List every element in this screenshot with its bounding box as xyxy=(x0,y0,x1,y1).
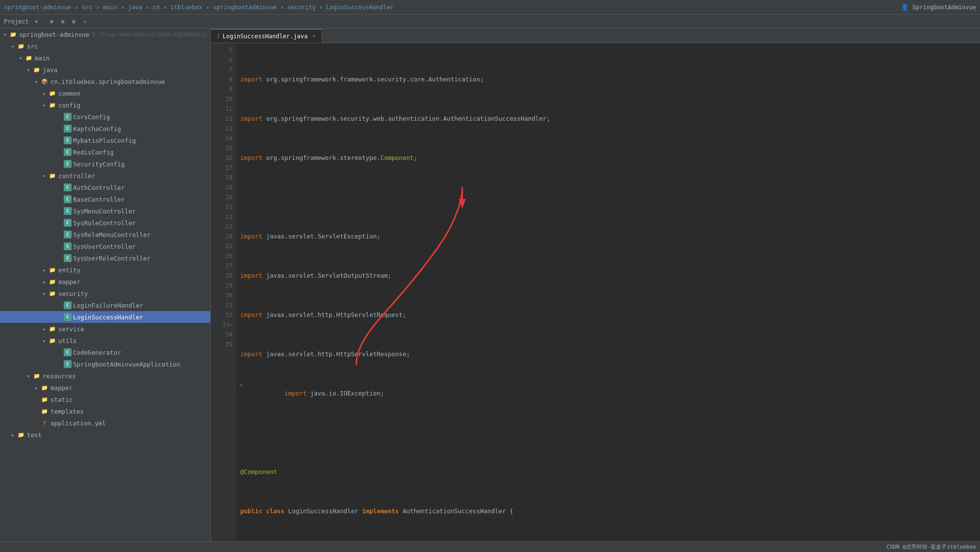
arrow-package[interactable] xyxy=(32,78,40,85)
line-30: 30 xyxy=(211,290,236,300)
tree-mapper[interactable]: 📁 mapper xyxy=(0,276,210,288)
label-redisconfig: RedisConfig xyxy=(73,149,114,156)
top-bar: springboot-adminvue › src › main › java … xyxy=(0,0,980,15)
class-icon-auth: C xyxy=(64,184,72,191)
arrow-security[interactable] xyxy=(40,289,48,297)
line-10: 10 xyxy=(211,94,236,104)
structure-icon[interactable]: ⊕ xyxy=(50,18,53,25)
tree-main[interactable]: 📁 main xyxy=(0,52,210,64)
tree-basecontroller[interactable]: C BaseController xyxy=(0,193,210,205)
tree-entity[interactable]: 📁 entity xyxy=(0,264,210,276)
class-icon-cors: C xyxy=(64,113,72,121)
arrow-entity[interactable] xyxy=(40,266,48,274)
settings-icon[interactable]: ⚙ xyxy=(72,18,75,25)
class-icon-loginfailure: C xyxy=(64,301,72,309)
arrow-springboot[interactable] xyxy=(1,30,9,38)
tree-sysusercontroller[interactable]: C SysUserController xyxy=(0,240,210,252)
tab-close-button[interactable]: ✕ xyxy=(312,33,316,39)
minimize-icon[interactable]: − xyxy=(83,18,86,25)
tree-application[interactable]: C SpringbootAdminvueApplication xyxy=(0,358,210,370)
tree-securityconfig[interactable]: C SecurityConfig xyxy=(0,158,210,170)
label-sysrolemenucontroller: SysRoleMenuController xyxy=(73,231,151,238)
arrow-src[interactable] xyxy=(9,42,17,50)
label-resources: resources xyxy=(43,372,76,380)
arrow-mapper[interactable] xyxy=(40,278,48,286)
tab-loginsuccesshandler[interactable]: J LoginSuccessHandler.java ✕ xyxy=(211,29,322,43)
arrow-controller[interactable] xyxy=(40,172,48,180)
tree-resources[interactable]: 📁 resources xyxy=(0,370,210,382)
label-authcontroller: AuthController xyxy=(73,184,125,191)
tree-templates[interactable]: 📁 templates xyxy=(0,405,210,417)
toolbar-icons: ⊕ ≡ ⚙ − xyxy=(50,18,87,25)
tree-root[interactable]: 📁 springboot-adminvue D:\ProgramWorkSpac… xyxy=(0,28,210,40)
tree-mybatisconfig[interactable]: C MybatisPlusConfig xyxy=(0,134,210,146)
project-sidebar[interactable]: 📁 springboot-adminvue D:\ProgramWorkSpac… xyxy=(0,28,211,541)
class-icon-loginsuccess: C xyxy=(64,313,72,321)
folder-icon-mapper: 📁 xyxy=(48,277,57,286)
tree-corsconfig[interactable]: C CorsConfig xyxy=(0,111,210,123)
arrow-service[interactable] xyxy=(40,325,48,333)
line-31: 31 xyxy=(211,300,236,310)
class-icon-sysrolemenu: C xyxy=(64,231,72,238)
tree-codegenerator[interactable]: C CodeGenerator xyxy=(0,346,210,358)
tree-service[interactable]: 📁 service xyxy=(0,323,210,335)
line-15: 15 ▶ xyxy=(211,143,236,153)
line-32: 32 xyxy=(211,310,236,320)
line-14: 14 xyxy=(211,133,236,143)
package-icon: 📦 xyxy=(40,77,49,86)
class-icon-redis: C xyxy=(64,148,72,156)
tree-mapper-res[interactable]: 📁 mapper xyxy=(0,382,210,394)
arrow-utils[interactable] xyxy=(40,337,48,344)
tree-package[interactable]: 📦 cn.itbluebox.springbootadminvue xyxy=(0,76,210,87)
main-layout: 📁 springboot-adminvue D:\ProgramWorkSpac… xyxy=(0,28,980,541)
tree-src[interactable]: 📁 src xyxy=(0,40,210,52)
arrow-config[interactable] xyxy=(40,101,48,109)
label-security: security xyxy=(58,290,88,297)
tree-sysuserrolecontroller[interactable]: C SysUserRoleController xyxy=(0,252,210,264)
tree-controller[interactable]: 📁 controller xyxy=(0,170,210,182)
folder-icon-static: 📁 xyxy=(40,395,49,404)
label-securityconfig: SecurityConfig xyxy=(73,160,125,168)
project-label[interactable]: Project xyxy=(4,18,29,25)
label-config: config xyxy=(58,102,80,109)
code-line-9: import javax.servlet.ServletException; xyxy=(236,232,980,241)
tree-kaptchaconfig[interactable]: C KaptchaConfig xyxy=(0,123,210,134)
tree-config[interactable]: 📁 config xyxy=(0,99,210,111)
tree-security[interactable]: 📁 security xyxy=(0,288,210,299)
arrow-java[interactable] xyxy=(25,66,32,74)
tree-utils[interactable]: 📁 utils xyxy=(0,335,210,346)
tree-loginfailurehandler[interactable]: C LoginFailureHandler xyxy=(0,299,210,311)
code-content[interactable]: import org.springframework.framework.sec… xyxy=(236,43,980,541)
arrow-main[interactable] xyxy=(17,54,25,62)
code-line-14 xyxy=(236,428,980,438)
label-templates: templates xyxy=(50,408,84,415)
arrow-test[interactable] xyxy=(9,431,17,439)
code-area[interactable]: 5 6 7 8 9 10 11 12 13 14 15 ▶ 16 17 18 ▶ xyxy=(211,43,980,541)
project-dropdown-icon[interactable]: ▾ xyxy=(35,18,38,25)
breadcrumb: springboot-adminvue › src › main › java … xyxy=(4,4,394,11)
tree-sysrolecontroller[interactable]: C SysRoleController xyxy=(0,217,210,229)
tree-redisconfig[interactable]: C RedisConfig xyxy=(0,146,210,158)
arrow-resources[interactable] xyxy=(25,372,32,380)
code-line-7: import org.springframework.stereotype.Co… xyxy=(236,153,980,163)
tree-authcontroller[interactable]: C AuthController xyxy=(0,182,210,193)
align-icon[interactable]: ≡ xyxy=(61,18,64,25)
tree-sysrolemenucontroller[interactable]: C SysRoleMenuController xyxy=(0,229,210,240)
line-29: 29 xyxy=(211,281,236,290)
line-6: 6 xyxy=(211,55,236,65)
arrow-common[interactable] xyxy=(40,89,48,97)
tree-static[interactable]: 📁 static xyxy=(0,394,210,405)
tree-loginsuccesshandler[interactable]: C LoginSuccessHandler xyxy=(0,311,210,323)
label-common: common xyxy=(58,90,80,97)
line-26: 26 xyxy=(211,251,236,261)
arrow-mapper-res[interactable] xyxy=(32,384,40,392)
tree-application-yml[interactable]: Y application.yml xyxy=(0,417,210,429)
fold-33[interactable]: ⊖ xyxy=(229,320,232,330)
tree-test[interactable]: 📁 test xyxy=(0,429,210,441)
tree-sysmenucontroller[interactable]: C SysMenuController xyxy=(0,205,210,217)
code-line-13: ⚠ import java.io.IOException; xyxy=(236,389,980,398)
label-controller: controller xyxy=(58,172,95,180)
tree-java[interactable]: 📁 java xyxy=(0,64,210,76)
tool-bar: Project ▾ ⊕ ≡ ⚙ − xyxy=(0,15,980,28)
tree-common[interactable]: 📁 common xyxy=(0,87,210,99)
